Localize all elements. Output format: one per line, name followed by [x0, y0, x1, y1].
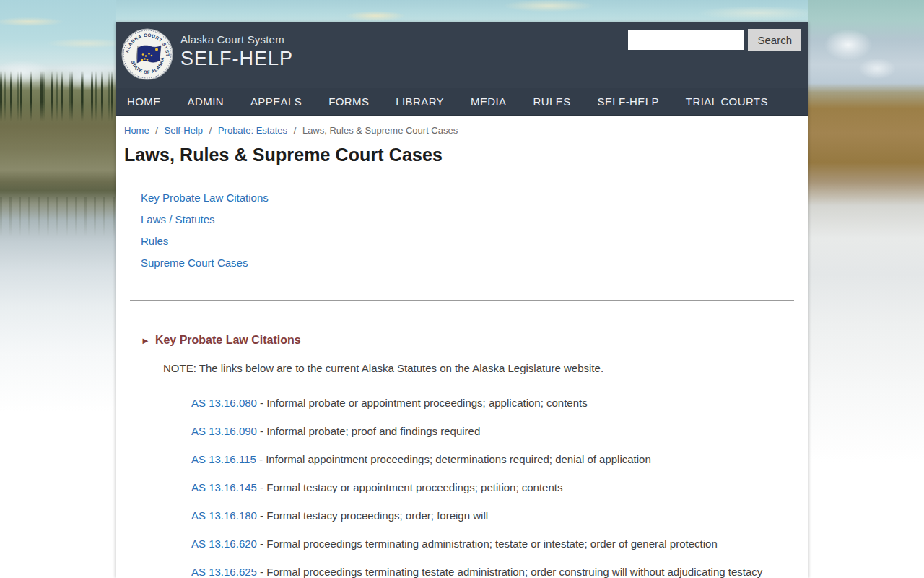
background-photo-left	[0, 0, 116, 578]
background-photo-right	[808, 0, 924, 578]
section-heading-text: Key Probate Law Citations	[155, 334, 301, 347]
breadcrumb-link-self-help[interactable]: Self-Help	[165, 125, 203, 136]
breadcrumb: Home / Self-Help / Probate: Estates / La…	[124, 125, 794, 136]
triangle-arrow-icon: ►	[141, 335, 150, 346]
statute-description: - Formal testacy proceedings; order; for…	[257, 509, 488, 522]
statute-item: AS 13.16.180 - Formal testacy proceeding…	[191, 510, 794, 521]
statute-description: - Formal testacy or appointment proceedi…	[257, 481, 563, 493]
statute-link[interactable]: AS 13.16.620	[191, 538, 257, 550]
statute-item: AS 13.16.080 - Informal probate or appoi…	[191, 397, 794, 408]
statute-link[interactable]: AS 13.16.080	[191, 397, 257, 409]
statute-list: AS 13.16.080 - Informal probate or appoi…	[191, 397, 794, 577]
main-navigation: HOME ADMIN APPEALS FORMS LIBRARY MEDIA R…	[116, 88, 808, 116]
statute-link[interactable]: AS 13.16.625	[191, 566, 257, 578]
background-sky	[0, 0, 924, 23]
statute-item: AS 13.16.145 - Formal testacy or appoint…	[191, 482, 794, 493]
statute-item: AS 13.16.090 - Informal probate; proof a…	[191, 426, 794, 436]
statute-description: - Formal proceedings terminating testate…	[257, 566, 762, 578]
breadcrumb-separator: /	[209, 125, 212, 136]
breadcrumb-separator: /	[294, 125, 297, 136]
toc-link-laws-statutes[interactable]: Laws / Statutes	[141, 213, 215, 225]
search-input[interactable]	[628, 30, 744, 50]
toc-link-supreme-court-cases[interactable]: Supreme Court Cases	[141, 256, 248, 269]
nav-item-appeals[interactable]: APPEALS	[250, 95, 302, 108]
nav-item-library[interactable]: LIBRARY	[396, 95, 444, 108]
statute-item: AS 13.16.625 - Formal proceedings termin…	[191, 566, 794, 577]
toc-link-rules[interactable]: Rules	[141, 235, 168, 247]
nav-item-trial-courts[interactable]: TRIAL COURTS	[686, 95, 768, 108]
breadcrumb-link-home[interactable]: Home	[124, 125, 149, 136]
nav-item-media[interactable]: MEDIA	[471, 95, 507, 108]
table-of-contents: Key Probate Law Citations Laws / Statute…	[141, 186, 794, 273]
page-container: ALASKA COURT SYSTEM STATE OF ALASKA Alas…	[116, 22, 808, 578]
statute-description: - Formal proceedings terminating adminis…	[257, 538, 718, 550]
statute-item: AS 13.16.620 - Formal proceedings termin…	[191, 538, 794, 549]
statute-description: - Informal appointment proceedings; dete…	[256, 453, 651, 465]
statute-description: - Informal probate; proof and findings r…	[257, 425, 480, 437]
breadcrumb-link-probate-estates[interactable]: Probate: Estates	[218, 125, 287, 136]
page-title: Laws, Rules & Supreme Court Cases	[124, 144, 794, 165]
note-text: NOTE: The links below are to the current…	[163, 362, 794, 374]
toc-link-key-probate-law-citations[interactable]: Key Probate Law Citations	[141, 191, 269, 204]
breadcrumb-separator: /	[155, 125, 158, 136]
nav-item-admin[interactable]: ADMIN	[188, 95, 224, 108]
statute-item: AS 13.16.115 - Informal appointment proc…	[191, 454, 794, 465]
statute-description: - Informal probate or appointment procee…	[257, 397, 588, 409]
statute-link[interactable]: AS 13.16.115	[191, 453, 256, 465]
site-section-title: SELF-HELP	[180, 48, 808, 70]
nav-item-rules[interactable]: RULES	[533, 95, 571, 108]
site-header: ALASKA COURT SYSTEM STATE OF ALASKA Alas…	[116, 22, 808, 88]
search-box: Search	[628, 29, 801, 51]
breadcrumb-current-page: Laws, Rules & Supreme Court Cases	[302, 125, 458, 136]
statute-link[interactable]: AS 13.16.145	[191, 481, 257, 493]
main-content: Home / Self-Help / Probate: Estates / La…	[116, 116, 808, 578]
nav-item-forms[interactable]: FORMS	[328, 95, 369, 108]
statute-link[interactable]: AS 13.16.090	[191, 425, 257, 437]
nav-item-self-help[interactable]: SELF-HELP	[598, 95, 659, 108]
section-heading-key-probate-law-citations: ► Key Probate Law Citations	[141, 334, 794, 347]
alaska-court-system-seal-logo: ALASKA COURT SYSTEM STATE OF ALASKA	[121, 28, 173, 80]
section-divider	[130, 300, 794, 301]
nav-item-home[interactable]: HOME	[127, 95, 161, 108]
search-button[interactable]: Search	[748, 29, 801, 51]
statute-link[interactable]: AS 13.16.180	[191, 509, 257, 522]
